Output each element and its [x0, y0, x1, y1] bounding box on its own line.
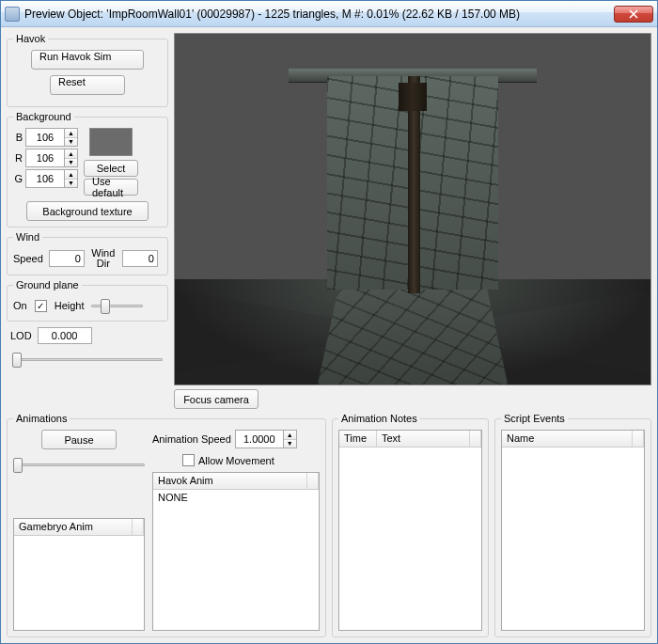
ground-stone-visual	[318, 279, 508, 385]
preview-viewport[interactable]	[174, 33, 651, 385]
close-icon	[629, 9, 638, 19]
pillar-top-visual	[399, 83, 427, 111]
gamebryo-col-spacer	[133, 519, 144, 535]
anim-speed-spinner[interactable]: ▲▼	[235, 430, 297, 448]
script-events-list[interactable]: Name	[501, 430, 645, 631]
reset-button[interactable]: Reset	[50, 75, 125, 95]
bg-g-spinner[interactable]: ▲▼	[25, 169, 78, 188]
notes-col-spacer	[470, 431, 481, 447]
bg-texture-button[interactable]: Background texture	[26, 201, 149, 221]
spin-up-icon[interactable]: ▲	[65, 149, 77, 159]
close-button[interactable]	[614, 6, 653, 23]
spin-up-icon[interactable]: ▲	[284, 431, 296, 440]
list-item[interactable]: NONE	[153, 490, 319, 505]
run-havok-button[interactable]: Run Havok Sim	[31, 50, 144, 70]
lod-label: LOD	[10, 330, 32, 341]
lod-input[interactable]	[38, 327, 92, 344]
ground-plane-group: Ground plane On ✓ Height	[7, 279, 168, 322]
notes-col-text[interactable]: Text	[377, 431, 470, 447]
wind-group: Wind Speed Wind Dir	[7, 231, 168, 275]
ground-height-label: Height	[55, 300, 85, 311]
pause-button[interactable]: Pause	[41, 430, 117, 449]
bg-r-spinner[interactable]: ▲▼	[25, 149, 78, 167]
animation-notes-list[interactable]: Time Text	[338, 430, 482, 631]
bg-b-spinner[interactable]: ▲▼	[25, 128, 78, 147]
allow-movement-label: Allow Movement	[198, 455, 274, 466]
bg-use-default-button[interactable]: Use default	[84, 179, 138, 196]
wind-speed-input[interactable]	[49, 250, 85, 267]
spin-up-icon[interactable]: ▲	[65, 129, 77, 138]
wind-dir-input[interactable]	[122, 250, 158, 267]
ground-legend: Ground plane	[13, 279, 82, 291]
lod-slider[interactable]	[12, 350, 163, 385]
events-col-spacer	[633, 431, 644, 447]
bg-r-input[interactable]	[25, 149, 65, 167]
ground-on-checkbox[interactable]: ✓	[35, 300, 47, 312]
window-title: Preview Object: 'ImpRoomWall01' (0002998…	[24, 8, 614, 21]
background-legend: Background	[13, 111, 74, 122]
lod-row: LOD	[7, 325, 168, 346]
ground-height-slider[interactable]	[91, 296, 143, 315]
script-events-group: Script Events Name	[494, 413, 651, 637]
havok-anim-list[interactable]: Havok Anim NONE	[152, 472, 320, 631]
bg-select-button[interactable]: Select	[84, 160, 138, 177]
spin-down-icon[interactable]: ▼	[65, 159, 77, 167]
bg-b-label: B	[13, 132, 23, 143]
bg-g-label: G	[13, 173, 23, 184]
app-icon	[5, 7, 20, 22]
notes-legend: Animation Notes	[338, 413, 420, 424]
anim-speed-input[interactable]	[235, 430, 284, 448]
events-col-name[interactable]: Name	[502, 431, 633, 447]
animations-group: Animations Pause Gamebryo Anim	[7, 413, 326, 637]
titlebar[interactable]: Preview Object: 'ImpRoomWall01' (0002998…	[1, 1, 657, 27]
spin-down-icon[interactable]: ▼	[65, 138, 77, 147]
wind-speed-label: Speed	[13, 253, 43, 264]
gamebryo-col-header[interactable]: Gamebryo Anim	[14, 519, 133, 535]
events-legend: Script Events	[501, 413, 568, 424]
wind-legend: Wind	[13, 231, 42, 243]
notes-col-time[interactable]: Time	[339, 431, 377, 447]
spin-down-icon[interactable]: ▼	[65, 180, 77, 188]
client-area: Havok Run Havok Sim Reset Background B ▲…	[1, 27, 657, 643]
bg-color-swatch[interactable]	[89, 128, 133, 156]
animations-legend: Animations	[13, 413, 70, 424]
anim-speed-label: Animation Speed	[152, 433, 231, 445]
havok-legend: Havok	[13, 33, 48, 44]
havok-col-header[interactable]: Havok Anim	[153, 473, 307, 489]
animation-notes-group: Animation Notes Time Text	[332, 413, 489, 637]
havok-group: Havok Run Havok Sim Reset	[7, 33, 168, 107]
allow-movement-checkbox[interactable]	[182, 454, 195, 466]
preview-window: Preview Object: 'ImpRoomWall01' (0002998…	[0, 0, 658, 644]
anim-scrub-slider[interactable]	[13, 455, 145, 512]
spin-up-icon[interactable]: ▲	[65, 170, 77, 180]
spin-down-icon[interactable]: ▼	[284, 440, 296, 448]
focus-camera-button[interactable]: Focus camera	[174, 389, 258, 409]
background-group: Background B ▲▼ R	[7, 111, 168, 228]
wind-dir-label: Wind Dir	[90, 248, 117, 269]
bg-g-input[interactable]	[25, 169, 65, 188]
bg-b-input[interactable]	[25, 128, 65, 147]
ground-on-label: On	[13, 300, 27, 311]
bg-r-label: R	[13, 152, 23, 164]
gamebryo-anim-list[interactable]: Gamebryo Anim	[13, 518, 145, 631]
havok-col-spacer	[307, 473, 319, 489]
